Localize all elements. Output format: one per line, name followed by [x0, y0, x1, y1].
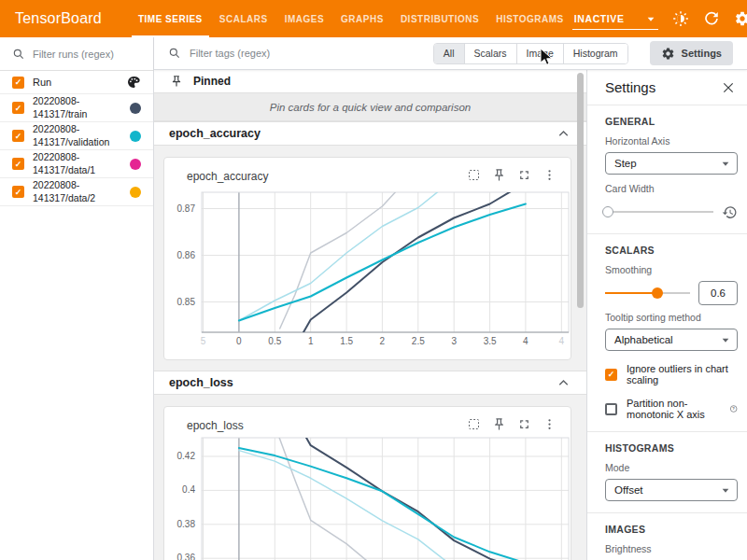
pinned-header: Pinned [154, 70, 586, 93]
tab-graphs[interactable]: GRAPHS [332, 0, 392, 37]
tab-time-series[interactable]: TIME SERIES [130, 0, 211, 37]
divider [587, 512, 747, 513]
settings-button[interactable]: Settings [650, 41, 733, 65]
tag-filter-input[interactable] [190, 48, 358, 59]
ignore-outliers-row[interactable]: ✓ Ignore outliers in chart scaling [605, 363, 738, 385]
svg-text:1.5: 1.5 [340, 336, 353, 346]
runs-header-row: ✓ Run [0, 71, 153, 94]
main-scrollbar-thumb[interactable] [577, 73, 584, 308]
pin-icon [170, 75, 183, 88]
epoch-accuracy-chart[interactable]: 0.850.860.8700.511.522.533.5454 [164, 158, 571, 360]
pin-icon[interactable] [492, 168, 506, 182]
runs-sidebar: ✓ Run ✓ 20220808-141317/train ✓ 20220808… [0, 37, 154, 560]
runs-filter-row [0, 37, 153, 71]
run-checkbox[interactable]: ✓ [12, 102, 24, 114]
run-label: 20220808-141317/train [33, 95, 115, 120]
more-options-icon[interactable] [543, 168, 557, 182]
card-width-label: Card Width [605, 183, 738, 194]
smoothing-row: 0.6 [605, 283, 738, 303]
horizontal-axis-label: Horizontal Axis [605, 135, 738, 147]
help-icon[interactable] [729, 402, 738, 415]
chevron-up-icon[interactable] [556, 375, 571, 391]
reload-status-dropdown[interactable]: INACTIVE [572, 7, 658, 30]
divider [587, 233, 747, 234]
svg-text:2: 2 [380, 336, 386, 346]
more-options-icon[interactable] [543, 417, 557, 431]
ignore-outliers-checkbox[interactable]: ✓ [605, 369, 617, 381]
tab-histograms[interactable]: HISTOGRAMS [487, 0, 572, 37]
run-row-validation[interactable]: ✓ 20220808-141317/validation [0, 122, 153, 150]
run-checkbox[interactable]: ✓ [12, 158, 24, 170]
slider-thumb[interactable] [652, 287, 663, 299]
chip-image[interactable]: Image [516, 44, 563, 63]
settings-panel: Settings GENERAL Horizontal Axis Step Ca… [586, 70, 747, 560]
tab-scalars[interactable]: SCALARS [211, 0, 276, 37]
fullscreen-icon[interactable] [517, 417, 531, 431]
tag-type-filter-group: All Scalars Image Histogram [433, 43, 628, 64]
section-title: epoch_loss [169, 376, 233, 389]
chevron-down-icon [718, 156, 733, 171]
fullscreen-icon[interactable] [517, 168, 531, 182]
runs-select-all-checkbox[interactable]: ✓ [12, 77, 24, 89]
brightness-toggle-icon[interactable] [672, 10, 689, 27]
slider-thumb[interactable] [602, 206, 613, 217]
reset-icon[interactable] [722, 204, 738, 220]
section-header-epoch-loss[interactable]: epoch_loss [154, 371, 586, 395]
tooltip-sorting-select[interactable]: Alphabetical [605, 329, 738, 351]
fit-to-domain-icon[interactable] [467, 168, 481, 182]
card-width-row [605, 202, 738, 222]
search-icon [168, 47, 181, 60]
settings-panel-header: Settings [605, 70, 738, 105]
run-checkbox[interactable]: ✓ [12, 186, 24, 198]
histogram-mode-select[interactable]: Offset [605, 479, 738, 501]
run-checkbox[interactable]: ✓ [12, 130, 24, 142]
palette-icon[interactable] [126, 75, 141, 90]
smoothing-value-input[interactable]: 0.6 [698, 281, 738, 305]
horizontal-axis-select[interactable]: Step [605, 152, 738, 175]
tooltip-sorting-label: Tooltip sorting method [605, 312, 738, 323]
app-logo: TensorBoard [15, 10, 102, 27]
card-width-slider[interactable] [605, 204, 713, 219]
tab-distributions[interactable]: DISTRIBUTIONS [392, 0, 487, 37]
svg-text:0.87: 0.87 [177, 203, 196, 214]
chip-all[interactable]: All [434, 44, 464, 63]
divider [587, 431, 747, 432]
refresh-icon[interactable] [703, 10, 720, 27]
svg-text:0.5: 0.5 [268, 336, 281, 346]
run-color-dot [130, 103, 141, 114]
chip-scalars[interactable]: Scalars [464, 44, 516, 63]
run-row-data-1[interactable]: ✓ 20220808-141317/data/1 [0, 150, 153, 178]
chevron-up-icon[interactable] [556, 126, 571, 142]
run-label: 20220808-141317/validation [33, 123, 115, 148]
epoch-accuracy-card: epoch_accuracy 0.850.860.8700.511.522.53… [163, 157, 571, 360]
partition-x-row[interactable]: Partition non-monotonic X axis [605, 398, 738, 420]
runs-filter-input[interactable] [33, 49, 137, 60]
pin-icon[interactable] [492, 417, 506, 431]
svg-text:3: 3 [451, 336, 457, 346]
appbar-actions: INACTIVE [572, 7, 747, 30]
svg-text:0: 0 [236, 336, 242, 346]
pin-hint-text: Pin cards for a quick view and compariso… [154, 93, 586, 121]
card-title: epoch_accuracy [187, 170, 268, 183]
close-icon[interactable] [721, 80, 736, 95]
run-row-data-2[interactable]: ✓ 20220808-141317/data/2 [0, 178, 153, 206]
gear-icon[interactable] [734, 10, 747, 27]
partition-x-checkbox[interactable] [605, 403, 617, 415]
run-label: 20220808-141317/data/1 [33, 151, 115, 176]
svg-text:3.5: 3.5 [484, 336, 497, 346]
svg-text:2.5: 2.5 [412, 336, 425, 346]
fit-to-domain-icon[interactable] [467, 417, 481, 431]
svg-text:5: 5 [201, 336, 206, 346]
gear-icon [661, 47, 675, 61]
run-row-train[interactable]: ✓ 20220808-141317/train [0, 94, 153, 122]
section-header-epoch-accuracy[interactable]: epoch_accuracy [154, 121, 586, 146]
runs-header-label: Run [33, 77, 51, 88]
svg-text:1: 1 [308, 336, 314, 346]
section-title: epoch_accuracy [169, 127, 261, 140]
scalars-heading: SCALARS [605, 245, 738, 256]
smoothing-slider[interactable] [605, 286, 690, 301]
svg-text:0.42: 0.42 [177, 451, 196, 461]
chip-histogram[interactable]: Histogram [563, 44, 627, 63]
run-color-dot [130, 131, 141, 142]
tab-images[interactable]: IMAGES [276, 0, 332, 37]
